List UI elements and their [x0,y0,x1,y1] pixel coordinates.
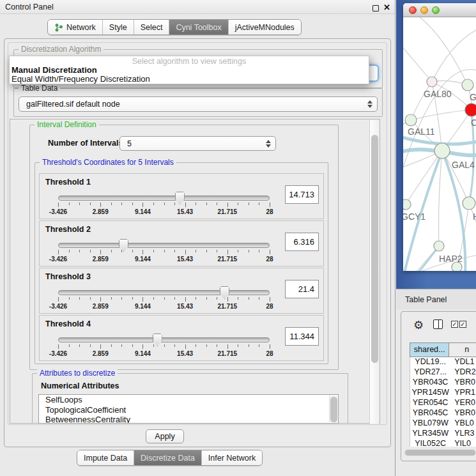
node-gal11[interactable] [405,114,417,126]
vertical-scrollbar[interactable] [369,120,379,424]
label-hap2: HAP2 [439,254,463,264]
cell-name[interactable]: YPR1 [450,388,476,398]
table-row[interactable]: YDR27...YDR2 [410,367,476,378]
horizontal-scrollbar[interactable] [404,449,476,456]
tick-mark [121,250,122,252]
scrollbar-thumb[interactable] [371,135,378,363]
tab-select[interactable]: Select [134,20,170,35]
cell-name[interactable]: YLR3 [450,429,476,439]
tab-cyni-toolbox[interactable]: Cyni Toolbox [169,20,228,35]
node-hap2[interactable] [434,241,444,251]
tick-mark [270,250,270,254]
table-row[interactable]: YBL079WYBL0 [410,418,476,429]
tick-mark [111,344,112,347]
cell-shared-name[interactable]: YIL052C [410,439,450,447]
tab-style[interactable]: Style [103,20,134,35]
table-row[interactable]: YDL19...YDL1 [410,357,476,367]
tick-mark [58,203,59,207]
group-title: Discretization Algorithm [19,45,104,54]
tick-mark [69,203,70,205]
table-row[interactable]: YBR043CYBR0 [410,378,476,388]
threshold-value-field[interactable]: 6.316 [285,233,319,251]
checkbox-icon[interactable]: ✓ [459,321,466,328]
tab-impute-data[interactable]: Impute Data [77,450,134,465]
threshold-value-field[interactable]: 11.344 [285,327,319,346]
close-icon[interactable]: ✕ [383,3,390,12]
attribute-list-item[interactable]: BetweennessCentrality [39,415,338,424]
table-data-combobox[interactable]: galFiltered.sif default node [19,96,378,112]
node-green-top[interactable] [462,79,473,91]
dropdown-option-equal-width[interactable]: Equal Width/Frequency Discretization [10,75,369,84]
tab-jactivemnodules[interactable]: jActiveMNodules [229,20,301,35]
table-row[interactable]: YBR045CYBR0 [410,408,476,418]
cell-name[interactable]: YBL0 [450,418,476,429]
cell-shared-name[interactable]: YER054C [410,398,450,408]
threshold-value-field[interactable]: 21.4 [285,280,319,298]
table-body[interactable]: YDL19...YDL1YDR27...YDR2YBR043CYBR0YPR14… [410,357,476,447]
tick-mark [142,203,143,207]
slider-track[interactable] [58,290,270,295]
column-header-shared-name[interactable]: shared... [410,342,449,357]
table-panel: ⚙ ✓ ✓ shared... n YDL19...YDL1YDR27...YD… [401,311,476,461]
node-gcy1[interactable] [403,199,411,210]
attribute-list-item[interactable]: SelfLoops [39,395,338,405]
threshold-value-field[interactable]: 14.713 [285,185,319,204]
cell-name[interactable]: YBR0 [450,408,476,418]
tick-mark [79,344,80,347]
zoom-traffic-light-icon[interactable] [432,6,440,14]
table-row[interactable]: YER054CYER0 [410,398,476,408]
cell-name[interactable]: YDL1 [450,357,476,367]
checkbox-icon[interactable]: ✓ [451,321,458,328]
node-h[interactable] [463,197,475,210]
tab-infer-network[interactable]: Infer Network [202,450,262,465]
table-row[interactable]: YIL052CYIL0 [410,439,476,447]
numerical-attributes-list[interactable]: SelfLoopsTopologicalCoefficientBetweenne… [38,394,339,424]
dropdown-option-manual[interactable]: Manual Discretization [10,66,369,75]
cell-name[interactable]: YDR2 [450,367,476,378]
cell-name[interactable]: YIL0 [450,439,476,447]
group-title: Threshold's Coordinates for 5 Intervals [40,158,176,167]
node-red[interactable] [465,104,476,116]
combo-value: 5 [127,139,132,148]
scrollbar-thumb[interactable] [405,450,475,456]
cell-shared-name[interactable]: YLR345W [410,429,450,439]
cell-shared-name[interactable]: YDR27... [410,367,450,378]
tick-mark [196,297,196,300]
list-scrollbar[interactable] [329,395,337,422]
cell-shared-name[interactable]: YBR045C [410,408,450,418]
attribute-list-item[interactable]: TopologicalCoefficient [39,405,338,415]
slider-track[interactable] [58,337,270,342]
threshold-label: Threshold 4 [45,319,91,328]
tick-mark [153,250,154,252]
cell-name[interactable]: YBR0 [450,378,476,388]
tab-network[interactable]: Network [48,20,103,35]
float-window-icon[interactable] [372,5,379,12]
cell-shared-name[interactable]: YDL19... [410,357,450,367]
num-intervals-combobox[interactable]: 5 [119,136,276,151]
node-pink[interactable] [427,77,437,87]
cell-shared-name[interactable]: YBR043C [410,378,450,388]
slider-track[interactable] [58,196,270,201]
tick-mark [79,297,80,300]
cell-shared-name[interactable]: YPR145W [410,388,450,398]
table-row[interactable]: YPR145WYPR1 [410,388,476,398]
apply-button[interactable]: Apply [146,429,184,443]
cell-shared-name[interactable]: YBL079W [410,418,450,429]
table-row[interactable]: YLR345WYLR3 [410,429,476,439]
node-gal4[interactable] [434,143,450,158]
minimize-traffic-light-icon[interactable] [420,6,428,14]
cell-name[interactable]: YER0 [450,398,476,408]
slider-track[interactable] [58,243,270,248]
split-columns-icon[interactable] [433,319,443,329]
tick-mark [174,203,175,205]
tick-mark [270,297,270,302]
gear-icon[interactable]: ⚙ [413,318,424,332]
scale-label: 28 [250,303,289,310]
network-canvas[interactable]: GAL80 GA C GAL11 GAL4 GCY1 H HAP2 [403,17,476,271]
scale-label: 15.43 [166,350,204,357]
column-header-name[interactable]: n [449,342,476,357]
tick-mark [90,297,91,300]
close-traffic-light-icon[interactable] [409,6,417,14]
tab-discretize-data[interactable]: Discretize Data [134,450,202,465]
tick-mark [174,250,175,252]
